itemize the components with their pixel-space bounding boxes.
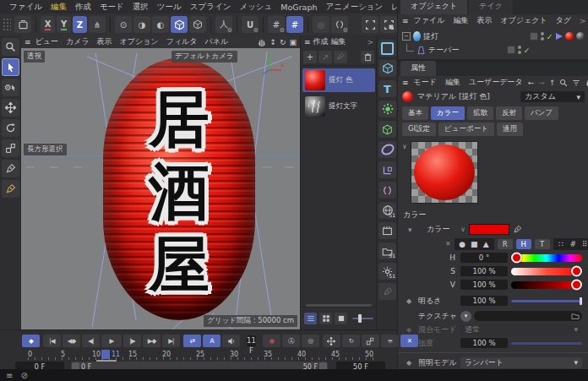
editor-toggle[interactable] bbox=[507, 46, 515, 54]
edges-mode-button[interactable]: ◑ bbox=[133, 16, 150, 33]
render-view-icon[interactable] bbox=[380, 16, 397, 33]
brightness-slider[interactable] bbox=[511, 300, 582, 302]
object-row-lantern[interactable]: − 提灯 ✓ bbox=[402, 30, 585, 43]
visibility-dots[interactable] bbox=[541, 32, 544, 41]
orbit-view-icon[interactable]: ↻ bbox=[280, 38, 286, 46]
vp-menu-panel[interactable]: パネル bbox=[202, 35, 232, 48]
hsv-mode-button[interactable]: H bbox=[516, 239, 531, 249]
om-menu-view[interactable]: 表示 bbox=[473, 14, 495, 27]
material-item-lantern-color[interactable]: 提灯 色 bbox=[302, 68, 375, 92]
next-key-button[interactable]: ▶◆ bbox=[143, 335, 161, 347]
vp-menu-camera[interactable]: カメラ bbox=[63, 35, 93, 48]
object-name[interactable]: 提灯 bbox=[423, 31, 438, 42]
polygons-mode-button[interactable]: ◐ bbox=[152, 16, 169, 33]
editor-toggle[interactable] bbox=[530, 32, 538, 41]
menu-tools[interactable]: ツール bbox=[153, 0, 186, 14]
value-slider[interactable] bbox=[511, 281, 582, 289]
sound-button[interactable] bbox=[222, 335, 240, 347]
material-menu-icon[interactable]: ≡ bbox=[304, 38, 311, 46]
tab-assign[interactable]: 適用 bbox=[497, 122, 523, 136]
tab-color[interactable]: カラー bbox=[431, 106, 465, 120]
attr-menu-edit[interactable]: 編集 bbox=[442, 76, 464, 89]
texture-options-icon[interactable]: ▾ bbox=[460, 311, 471, 322]
key-parameters-button[interactable]: ≡ bbox=[381, 335, 399, 347]
material-preview[interactable] bbox=[411, 141, 478, 204]
menu-mesh[interactable]: メッシュ bbox=[235, 0, 276, 14]
attr-menu-mode[interactable]: モード bbox=[411, 76, 440, 89]
attr-menu-userdata[interactable]: ユーザーデータ bbox=[466, 76, 526, 89]
spline-rectangle-icon[interactable] bbox=[378, 40, 396, 57]
viewport-menu-icon[interactable]: ≡ bbox=[24, 38, 31, 46]
om-menu-tags[interactable]: タグ bbox=[553, 14, 574, 27]
points-mode-button[interactable]: ⊙ bbox=[115, 16, 132, 33]
maximize-view-icon[interactable]: ▣ bbox=[289, 38, 297, 46]
snap-button[interactable]: U⚙ bbox=[242, 16, 259, 33]
color-spectrum-icon[interactable]: ▲ bbox=[481, 240, 492, 248]
enabled-check-icon[interactable]: ✓ bbox=[524, 46, 531, 55]
attr-lock-icon[interactable] bbox=[585, 79, 588, 87]
menu-select[interactable]: 選択 bbox=[128, 0, 153, 14]
lock-z-axis-button[interactable]: Z bbox=[73, 16, 87, 33]
text-object-icon[interactable]: T bbox=[378, 80, 396, 97]
mm-menu-overflow[interactable]: > bbox=[367, 38, 373, 46]
temp-mode-button[interactable]: T bbox=[535, 239, 550, 249]
rectangle-selection-tool[interactable] bbox=[2, 58, 19, 76]
anim-dot-icon[interactable]: ◆ bbox=[403, 297, 415, 305]
hue-value-field[interactable]: 0 ° bbox=[460, 253, 508, 263]
color-swatch[interactable] bbox=[469, 224, 509, 235]
symmetry-instance-icon[interactable] bbox=[378, 182, 396, 199]
om-menu-overflow[interactable]: > bbox=[576, 16, 588, 26]
key-scale-button[interactable] bbox=[362, 335, 379, 347]
spline-pen-tool[interactable] bbox=[2, 160, 19, 177]
menu-edit[interactable]: 編集 bbox=[46, 0, 71, 14]
key-position-button[interactable] bbox=[323, 335, 340, 347]
saturation-value-field[interactable]: 100 % bbox=[460, 266, 508, 276]
key-rotation-button[interactable]: ↻ bbox=[342, 335, 360, 347]
record-auto-button[interactable]: Ⓐ bbox=[282, 335, 300, 347]
axis-hierarchy-icon[interactable]: ⋔ bbox=[89, 16, 106, 33]
tab-gi[interactable]: GI設定 bbox=[402, 122, 436, 136]
sketch-pen-tool[interactable] bbox=[2, 180, 19, 198]
model-mode-button[interactable] bbox=[171, 16, 188, 33]
tab-takes[interactable]: テイク bbox=[469, 0, 513, 14]
om-menu-file[interactable]: ファイル bbox=[411, 14, 449, 27]
history-forward-icon[interactable]: → bbox=[538, 79, 545, 87]
tab-basic[interactable]: 基本 bbox=[402, 106, 428, 120]
apply-material-icon[interactable]: ↗ bbox=[318, 51, 332, 63]
vp-menu-filter[interactable]: フィルタ bbox=[163, 35, 201, 48]
attr-filter-icon[interactable] bbox=[572, 79, 580, 87]
phong-tag-icon[interactable] bbox=[556, 33, 563, 40]
preview-collapse-icon[interactable]: ∨ bbox=[402, 141, 407, 204]
scale-tool[interactable] bbox=[2, 139, 19, 157]
enabled-check-icon[interactable]: ✓ bbox=[547, 32, 553, 41]
mixer-icon[interactable]: ∷ bbox=[556, 240, 567, 248]
zoom-view-icon[interactable]: ↕ bbox=[270, 38, 276, 46]
brightness-field[interactable]: 100 % bbox=[460, 296, 508, 306]
attr-menu-icon[interactable]: ≡ bbox=[402, 79, 409, 87]
color-swatches-icon[interactable]: ■ bbox=[469, 240, 480, 248]
record-selection-button[interactable]: ◎ bbox=[302, 335, 319, 347]
color-collapse-icon[interactable]: ∨ bbox=[460, 226, 466, 233]
preset-dropdown[interactable]: カスタム▾ bbox=[520, 91, 585, 102]
goto-end-button[interactable]: ▶| bbox=[162, 335, 180, 347]
lock-x-axis-button[interactable]: X bbox=[41, 16, 55, 33]
symmetry-button[interactable]: ⚙ bbox=[331, 16, 348, 33]
menu-animation[interactable]: アニメーション bbox=[321, 0, 387, 14]
goto-start-button[interactable]: |◀ bbox=[43, 335, 61, 347]
material-thumbnail[interactable] bbox=[305, 70, 325, 90]
visibility-dots[interactable] bbox=[518, 46, 521, 54]
tab-attributes[interactable]: 属性 bbox=[400, 61, 436, 76]
viewport-canvas[interactable]: 居 酒 屋 透視 デフォルトカメラ 長方形選択 グリッド間隔 : 50000 c… bbox=[21, 48, 300, 329]
key-filter-button[interactable]: ✕ bbox=[400, 335, 418, 347]
folder-icon[interactable] bbox=[571, 312, 580, 320]
list-view-icon[interactable] bbox=[304, 313, 317, 324]
parent-up-icon[interactable]: ↑ bbox=[549, 79, 556, 87]
lock-y-axis-button[interactable]: Y bbox=[57, 16, 71, 33]
pan-view-icon[interactable] bbox=[257, 37, 266, 46]
om-menu-icon[interactable]: ≡ bbox=[402, 17, 409, 25]
material-tag-red[interactable] bbox=[565, 32, 574, 41]
light-icon[interactable]: S1 bbox=[378, 263, 396, 280]
material-item-lantern-text[interactable]: 提灯文字 bbox=[302, 95, 375, 118]
hue-slider[interactable] bbox=[511, 254, 582, 262]
scene-nodes-icon[interactable]: S1 bbox=[378, 242, 396, 259]
